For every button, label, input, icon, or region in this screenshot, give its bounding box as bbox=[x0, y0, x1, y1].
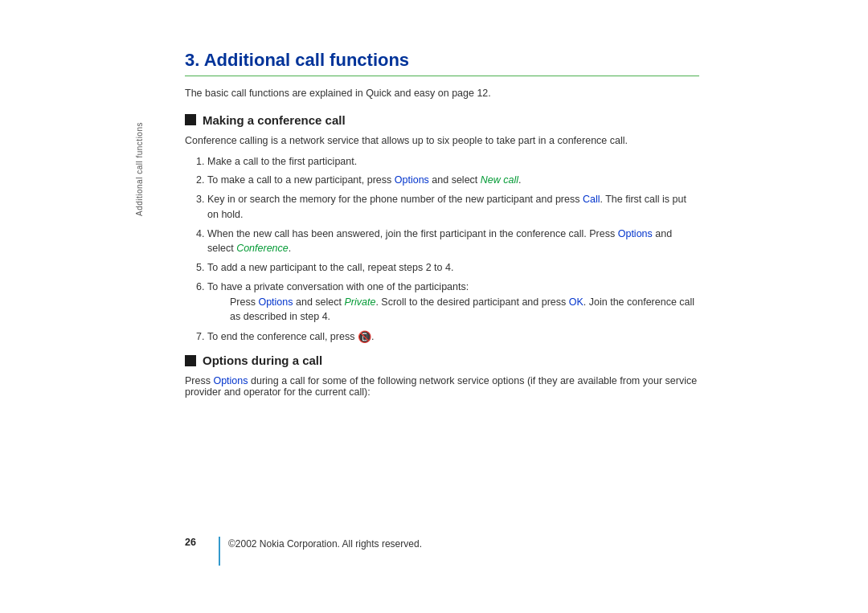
page-content: Additional call functions 3. Additional … bbox=[121, 26, 747, 588]
step-2: To make a call to a new participant, pre… bbox=[207, 173, 699, 188]
link-options-1[interactable]: Options bbox=[395, 174, 429, 186]
section-icon-options bbox=[185, 355, 196, 366]
link-call[interactable]: Call bbox=[583, 194, 600, 205]
link-options-3[interactable]: Options bbox=[258, 296, 293, 308]
copyright-text: ©2002 Nokia Corporation. All rights rese… bbox=[228, 537, 422, 550]
link-ok[interactable]: OK bbox=[569, 296, 583, 308]
section-desc-conference: Conference calling is a network service … bbox=[185, 135, 699, 146]
section-desc-options: Press Options during a call for some of … bbox=[185, 375, 699, 398]
section-icon-conference bbox=[185, 114, 196, 125]
step-7: To end the conference call, press 📵. bbox=[207, 329, 699, 345]
footer-divider bbox=[219, 537, 220, 566]
link-conference[interactable]: Conference bbox=[236, 243, 289, 254]
link-options-2[interactable]: Options bbox=[618, 228, 653, 239]
section-heading-conference: Making a conference call bbox=[185, 113, 699, 127]
page-number: 26 bbox=[185, 537, 211, 548]
link-newcall[interactable]: New call bbox=[481, 174, 518, 186]
side-label: Additional call functions bbox=[135, 122, 144, 216]
chapter-title: 3. Additional call functions bbox=[185, 50, 699, 76]
page-footer: 26 ©2002 Nokia Corporation. All rights r… bbox=[185, 537, 699, 566]
section-heading-options: Options during a call bbox=[185, 353, 699, 367]
end-call-icon: 📵 bbox=[358, 329, 371, 345]
step-6: To have a private conversation with one … bbox=[207, 280, 699, 325]
step-3: Key in or search the memory for the phon… bbox=[207, 192, 699, 223]
intro-paragraph: The basic call functions are explained i… bbox=[185, 88, 699, 99]
link-options-4[interactable]: Options bbox=[213, 375, 248, 386]
step-1: Make a call to the first participant. bbox=[207, 154, 699, 170]
section-title-conference: Making a conference call bbox=[203, 113, 346, 127]
section-title-options: Options during a call bbox=[203, 353, 322, 367]
conference-steps-list: Make a call to the first participant. To… bbox=[207, 154, 699, 346]
step-4: When the new call has been answered, joi… bbox=[207, 227, 699, 257]
link-private[interactable]: Private bbox=[344, 296, 375, 308]
step-5: To add a new participant to the call, re… bbox=[207, 260, 699, 276]
step-6-nested: Press Options and select Private. Scroll… bbox=[230, 295, 699, 325]
